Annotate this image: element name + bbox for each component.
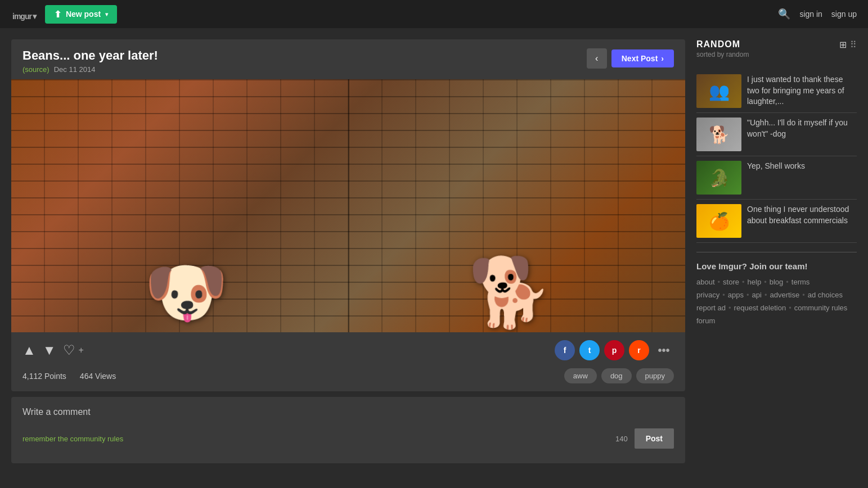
- sidebar-thumb-2: 🐊: [696, 161, 741, 195]
- tag-aww[interactable]: aww: [564, 368, 597, 383]
- tag-puppy[interactable]: puppy: [636, 368, 674, 383]
- footer-links-row-1: privacy • apps • api • advertise • ad ch…: [696, 291, 843, 299]
- dot-9: •: [789, 304, 791, 312]
- dog-left-icon: 🐶: [144, 253, 228, 332]
- sidebar-thumb-1: 🐕: [696, 118, 741, 151]
- logo-text: imgur: [12, 12, 32, 21]
- prev-post-button[interactable]: ‹: [587, 48, 607, 69]
- sidebar-thumb-icon-1: 🐕: [709, 125, 730, 144]
- downvote-button[interactable]: ▼: [43, 342, 56, 358]
- list-view-button[interactable]: ⊞: [839, 39, 847, 50]
- post-header: Beans... one year later! (source) Dec 11…: [11, 39, 685, 79]
- footer-link-help[interactable]: help: [748, 278, 762, 286]
- upload-icon: ⬆: [54, 9, 61, 20]
- footer-links-row-3: forum: [696, 317, 715, 325]
- dot-0: •: [718, 278, 721, 286]
- tags-container: aww dog puppy: [564, 368, 674, 383]
- sidebar-thumb-icon-3: 🍊: [709, 211, 730, 231]
- char-count: 140: [615, 435, 628, 443]
- views-stat: 464 Views: [80, 372, 116, 381]
- footer-link-api[interactable]: api: [752, 291, 762, 299]
- footer-link-advertise[interactable]: advertise: [770, 291, 799, 299]
- logo-dropdown[interactable]: ▾: [33, 12, 36, 21]
- footer-link-terms[interactable]: terms: [791, 278, 810, 286]
- footer-link-store[interactable]: store: [723, 278, 739, 286]
- dot-8: •: [728, 304, 731, 312]
- sidebar-thumb-icon-0: 👥: [709, 82, 730, 101]
- comment-title: Write a comment: [23, 407, 674, 417]
- social-share-buttons: f t p r •••: [555, 340, 674, 360]
- dot-5: •: [746, 291, 749, 299]
- more-share-button[interactable]: •••: [654, 340, 674, 360]
- post-meta: (source) Dec 11 2014: [23, 65, 158, 74]
- footer-link-blog[interactable]: blog: [770, 278, 784, 286]
- comment-post-button[interactable]: Post: [635, 428, 674, 449]
- sidebar-header: RANDOM sorted by random ⊞ ⠿: [696, 39, 857, 64]
- sidebar-thumb-icon-2: 🐊: [709, 168, 730, 188]
- new-post-button[interactable]: ⬆ New post ▾: [45, 5, 117, 24]
- comment-section: Write a comment remember the community r…: [11, 397, 685, 463]
- grid-view-button[interactable]: ⠿: [850, 39, 857, 50]
- footer-link-privacy[interactable]: privacy: [696, 291, 719, 299]
- facebook-share-button[interactable]: f: [555, 340, 575, 360]
- dot-4: •: [722, 291, 725, 299]
- sidebar-item-3[interactable]: 🍊 One thing I never understood about bre…: [696, 200, 857, 243]
- favorite-button[interactable]: ♡ +: [63, 342, 84, 358]
- points-stat: 4,112 Points: [23, 372, 66, 381]
- sign-in-link[interactable]: sign in: [799, 10, 822, 19]
- dot-3: •: [786, 278, 789, 286]
- sidebar-thumb-0: 👥: [696, 74, 741, 108]
- upvote-button[interactable]: ▲: [23, 342, 36, 358]
- sidebar-item-text-2: Yep, Shell works: [747, 161, 857, 172]
- sidebar-join-text: Love Imgur? Join our team!: [696, 261, 857, 271]
- footer-link-about[interactable]: about: [696, 278, 715, 286]
- favorite-plus: +: [79, 345, 84, 355]
- post-title-area: Beans... one year later! (source) Dec 11…: [23, 48, 158, 74]
- footer-link-community-rules[interactable]: community rules: [794, 304, 848, 312]
- next-post-button[interactable]: Next Post ›: [611, 49, 674, 67]
- post-stats-tags: 4,112 Points 464 Views aww dog puppy: [11, 368, 685, 391]
- main-layout: Beans... one year later! (source) Dec 11…: [0, 28, 868, 475]
- sidebar-sorted: sorted by random: [696, 51, 749, 58]
- dot-6: •: [764, 291, 767, 299]
- logo[interactable]: imgur▾: [11, 6, 36, 23]
- reddit-share-button[interactable]: r: [629, 340, 649, 360]
- footer-link-ad-choices[interactable]: ad choices: [808, 291, 843, 299]
- sidebar-title: RANDOM: [696, 39, 749, 49]
- sidebar-view-toggle: ⊞ ⠿: [839, 39, 857, 50]
- community-rules-link[interactable]: remember the community rules: [23, 435, 123, 443]
- sign-up-link[interactable]: sign up: [831, 10, 857, 19]
- comment-post-area: 140 Post: [615, 428, 674, 449]
- dog-right-icon: 🐕: [468, 253, 552, 332]
- post-actions: ▲ ▼ ♡ + f t p r •••: [11, 332, 685, 368]
- post-navigation: ‹ Next Post ›: [587, 48, 674, 69]
- post-image-container: 🐶 🐕: [11, 79, 685, 332]
- footer-links-row-0: about • store • help • blog • terms: [696, 278, 809, 286]
- sidebar-item-text-1: "Ughh... I'll do it myself if you won't"…: [747, 118, 857, 139]
- sidebar-item-1[interactable]: 🐕 "Ughh... I'll do it myself if you won'…: [696, 113, 857, 156]
- sidebar-title-area: RANDOM sorted by random: [696, 39, 749, 64]
- next-post-chevron: ›: [661, 54, 664, 63]
- dot-2: •: [764, 278, 767, 286]
- tag-dog[interactable]: dog: [601, 368, 632, 383]
- sidebar-divider: [696, 252, 857, 252]
- search-icon[interactable]: 🔍: [778, 8, 790, 20]
- post-source[interactable]: (source): [23, 65, 50, 74]
- footer-link-forum[interactable]: forum: [696, 317, 715, 325]
- footer-link-report-ad[interactable]: report ad: [696, 304, 726, 312]
- twitter-share-button[interactable]: t: [579, 340, 600, 360]
- sidebar-item-0[interactable]: 👥 I just wanted to thank these two for b…: [696, 70, 857, 113]
- dog-right-area: 🐕: [348, 79, 672, 332]
- post-date: Dec 11 2014: [54, 65, 96, 74]
- pinterest-share-button[interactable]: p: [604, 340, 624, 360]
- sidebar: RANDOM sorted by random ⊞ ⠿ 👥 I just wan…: [696, 39, 857, 463]
- post-title: Beans... one year later!: [23, 48, 158, 63]
- sidebar-item-2[interactable]: 🐊 Yep, Shell works: [696, 156, 857, 200]
- dog-left-area: 🐶: [25, 79, 348, 332]
- sidebar-thumb-3: 🍊: [696, 204, 741, 238]
- footer-link-request-deletion[interactable]: request deletion: [734, 304, 786, 312]
- new-post-chevron: ▾: [105, 11, 108, 17]
- sidebar-item-text-0: I just wanted to thank these two for bri…: [747, 74, 857, 107]
- footer-link-apps[interactable]: apps: [728, 291, 744, 299]
- post-image: 🐶 🐕: [11, 79, 685, 332]
